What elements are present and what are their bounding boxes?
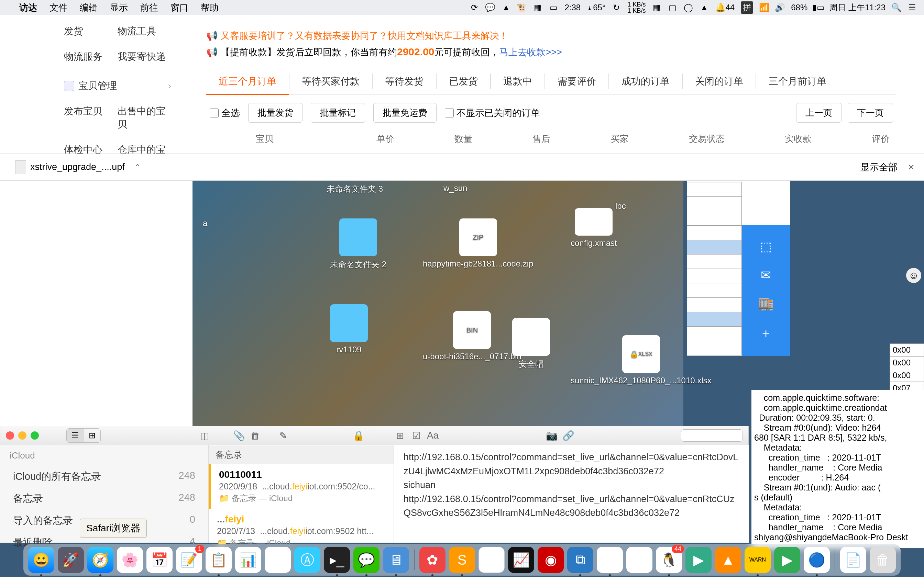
- search-input[interactable]: [681, 429, 743, 442]
- menu-window[interactable]: 窗口: [171, 2, 188, 14]
- photo-icon[interactable]: 📷: [546, 429, 558, 442]
- grid-icon[interactable]: ▦: [652, 3, 662, 12]
- cube-icon[interactable]: ⬚: [760, 239, 772, 254]
- volume-icon[interactable]: 🔊: [775, 3, 785, 12]
- search-icon[interactable]: 🔍: [892, 3, 901, 12]
- format-icon[interactable]: Aa: [426, 429, 439, 442]
- wechat-icon[interactable]: 💬: [485, 3, 495, 12]
- cow-icon[interactable]: 🐮: [517, 3, 527, 12]
- compose-icon[interactable]: ✎: [277, 429, 289, 442]
- flag-icon[interactable]: ▦: [533, 3, 543, 12]
- batch-mark-button[interactable]: 批量标记: [311, 103, 365, 122]
- desktop-label[interactable]: w_sun: [443, 184, 467, 193]
- desktop-file[interactable]: 安全帽: [512, 318, 550, 369]
- wifi-icon[interactable]: 📶: [759, 3, 769, 12]
- dock-vlc[interactable]: ▲: [715, 547, 741, 573]
- zoom-window[interactable]: [31, 431, 39, 440]
- sidebar-section[interactable]: 宝贝管理›: [53, 73, 181, 98]
- vlc-icon[interactable]: ▲: [501, 3, 511, 12]
- tab-closed[interactable]: 关闭的订单: [683, 69, 756, 94]
- updates-icon[interactable]: ⟳: [470, 3, 479, 12]
- desktop[interactable]: 未命名文件夹 3 w_sun a 未命名文件夹 2 ZIPhappytime-g…: [192, 181, 683, 426]
- desktop-folder[interactable]: 未命名文件夹 2: [330, 218, 386, 270]
- tab-refund[interactable]: 退款中: [491, 69, 544, 94]
- attachments-icon[interactable]: 📎: [233, 429, 245, 442]
- close-window[interactable]: [6, 431, 14, 440]
- terminal[interactable]: com.apple.quicktime.software: com.apple.…: [751, 390, 924, 548]
- sidebar-item[interactable]: 发货: [64, 25, 118, 38]
- plus-icon[interactable]: ＋: [760, 325, 772, 342]
- desktop-label[interactable]: ipc: [615, 201, 626, 211]
- dock-preview[interactable]: 🖼: [597, 547, 623, 573]
- control-center-icon[interactable]: ☰: [908, 3, 917, 12]
- dock-app2[interactable]: ◉: [538, 547, 564, 573]
- download-chip[interactable]: xstrive_upgrade_....upf ⌃: [10, 158, 146, 177]
- sidebar-item[interactable]: 物流工具: [118, 25, 171, 38]
- dock-vscode[interactable]: ⧉: [567, 547, 593, 573]
- dock-brackets[interactable]: ◇: [478, 547, 505, 573]
- dock-finder[interactable]: 😀: [28, 547, 54, 573]
- menubar-temp[interactable]: 🌡65°: [587, 3, 605, 12]
- battery-percent[interactable]: 68%: [791, 3, 808, 12]
- desktop-file[interactable]: BINu-boot-hi3516e..._0717.bin: [423, 311, 522, 361]
- dock-reminders[interactable]: 1📝: [176, 547, 202, 573]
- dock-app5[interactable]: ▶: [774, 547, 800, 573]
- dock-appstore[interactable]: Ⓐ: [294, 547, 320, 573]
- batch-ship-button[interactable]: 批量发货: [248, 103, 302, 122]
- lock-icon[interactable]: 🔒: [352, 429, 365, 442]
- menubar-time-left[interactable]: 2:38: [564, 3, 581, 12]
- menu-view[interactable]: 显示: [110, 2, 128, 14]
- dock-warning[interactable]: WARN: [745, 547, 771, 573]
- dock-app3[interactable]: ∞: [626, 547, 653, 573]
- desktop-file[interactable]: config.xmast: [570, 208, 617, 248]
- dock-wechat[interactable]: 💬: [354, 547, 380, 573]
- menu-edit[interactable]: 编辑: [80, 2, 98, 14]
- dock-keynote[interactable]: 📽: [265, 547, 291, 573]
- tab-review[interactable]: 需要评价: [545, 69, 609, 94]
- close-icon[interactable]: ×: [908, 161, 914, 173]
- menu-file[interactable]: 文件: [50, 2, 67, 14]
- desktop-label[interactable]: 未命名文件夹 3: [326, 184, 383, 193]
- dock-app4[interactable]: ▶: [685, 547, 712, 573]
- notes-folder[interactable]: 备忘录248: [0, 488, 208, 510]
- prev-button[interactable]: 上一页: [796, 103, 842, 122]
- dock-remote[interactable]: 🖥: [383, 547, 409, 573]
- dock-activity[interactable]: 📈: [508, 547, 534, 573]
- emoji-button[interactable]: ☺: [906, 268, 921, 283]
- desktop-folder[interactable]: rv1109: [330, 304, 368, 355]
- dock-notes[interactable]: 📋: [205, 547, 232, 573]
- menu-help[interactable]: 帮助: [201, 2, 219, 14]
- menu-go[interactable]: 前往: [140, 2, 158, 14]
- tab-shipped[interactable]: 已发货: [436, 69, 490, 94]
- mail-icon[interactable]: ✉: [761, 268, 771, 282]
- notes-folder[interactable]: iCloud的所有备忘录248: [0, 466, 208, 488]
- tab-waitship[interactable]: 等待发货: [373, 69, 436, 94]
- note-card[interactable]: 00110011 2020/9/18 ...cloud.feiyiiot.com…: [208, 464, 394, 509]
- menubar-clock[interactable]: 周日 上午11:23: [829, 2, 885, 13]
- table-icon[interactable]: ⊞: [394, 429, 406, 442]
- chevron-up-icon[interactable]: ⌃: [134, 163, 141, 172]
- shield-icon[interactable]: ◯: [684, 3, 693, 12]
- minimize-window[interactable]: [18, 431, 26, 440]
- collect-link[interactable]: 马上去收款>>>: [499, 47, 562, 57]
- desktop-label[interactable]: a: [203, 218, 207, 228]
- battery-small-icon[interactable]: ▭: [549, 3, 558, 12]
- dock-sublime[interactable]: S: [449, 547, 475, 573]
- cast-icon[interactable]: ▢: [668, 3, 677, 12]
- select-all[interactable]: 全选: [210, 107, 240, 119]
- mountain-icon[interactable]: ▲: [699, 3, 709, 12]
- dock-terminal[interactable]: ▸_: [324, 547, 350, 573]
- tab-success[interactable]: 成功的订单: [609, 69, 682, 94]
- sidebar-toggle-icon[interactable]: ◫: [198, 429, 211, 442]
- app-name[interactable]: 访达: [19, 2, 37, 14]
- hide-closed[interactable]: 不显示已关闭的订单: [445, 107, 540, 119]
- dock-qq[interactable]: 🐧44: [656, 547, 682, 573]
- tab-recent[interactable]: 近三个月订单: [206, 69, 289, 94]
- dock-trash[interactable]: 🗑: [870, 547, 896, 573]
- dock-numbers[interactable]: 📊: [235, 547, 261, 573]
- link-icon[interactable]: 🔗: [562, 429, 574, 442]
- tab-old[interactable]: 三个月前订单: [756, 69, 839, 94]
- dock-doc[interactable]: 📄: [840, 547, 866, 573]
- dock-app1[interactable]: ✿: [419, 547, 446, 573]
- dock-launchpad[interactable]: 🚀: [58, 547, 84, 573]
